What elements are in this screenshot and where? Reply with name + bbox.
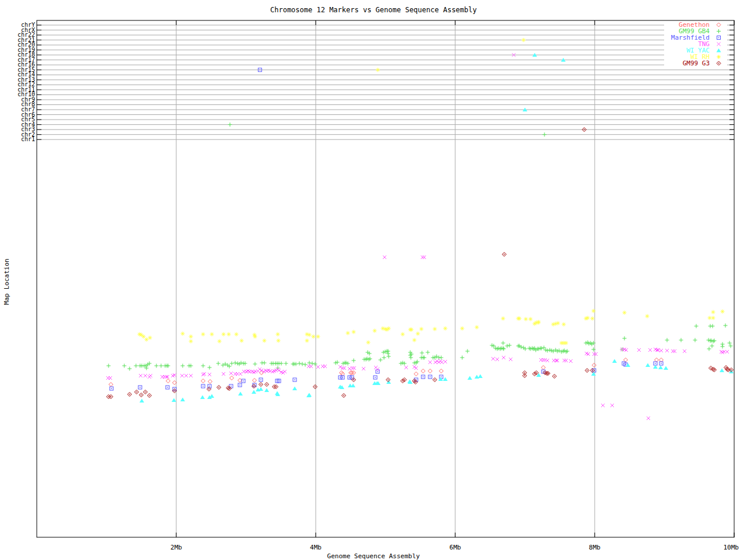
- x-tick-labels: 2Mb4Mb6Mb8Mb10Mb: [0, 0, 747, 560]
- chart-page: Chromosome 12 Markers vs Genome Sequence…: [0, 0, 747, 560]
- x-tick-label: 4Mb: [310, 544, 322, 551]
- x-tick-label: 8Mb: [589, 544, 601, 551]
- x-tick-label: 10Mb: [723, 544, 739, 551]
- x-tick-label: 6Mb: [449, 544, 461, 551]
- x-tick-label: 2Mb: [170, 544, 182, 551]
